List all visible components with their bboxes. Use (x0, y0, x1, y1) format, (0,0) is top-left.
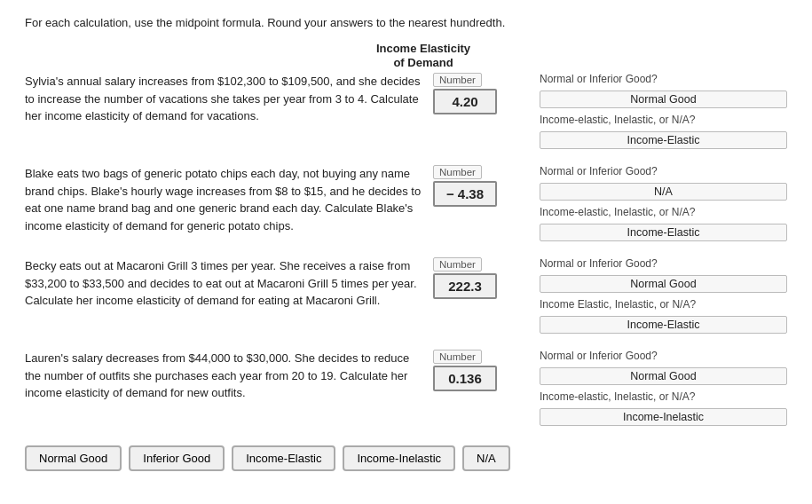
instructions: For each calculation, use the midpoint f… (25, 16, 787, 29)
answer-btn-inferior-good[interactable]: Inferior Good (129, 445, 225, 471)
elastic-label-4: Income-elastic, Inelastic, or N/A? (540, 390, 787, 403)
answers-area-3: Normal or Inferior Good?Normal GoodIncom… (540, 257, 787, 334)
elastic-label-3: Income Elastic, Inelastic, or N/A? (540, 298, 787, 311)
question-text-3: Becky eats out at Macaroni Grill 3 times… (25, 257, 433, 310)
number-box-area-3: Number222.3 (433, 257, 540, 299)
question-row-1: Sylvia's annual salary increases from $1… (25, 73, 787, 149)
answer-btn-n-a[interactable]: N/A (462, 445, 510, 471)
question-row-4: Lauren's salary decreases from $44,000 t… (25, 350, 787, 426)
normal-inferior-value-4: Normal Good (540, 367, 787, 385)
number-box-area-2: Number− 4.38 (433, 165, 540, 207)
normal-inferior-value-2: N/A (540, 183, 787, 201)
number-value-1: 4.20 (433, 89, 497, 114)
question-text-1: Sylvia's annual salary increases from $1… (25, 73, 433, 125)
normal-inferior-label-4: Normal or Inferior Good? (540, 350, 787, 362)
col-header-ied: Income Elasticityof Demand (361, 42, 485, 69)
question-text-4: Lauren's salary decreases from $44,000 t… (25, 350, 433, 402)
elastic-label-2: Income-elastic, Inelastic, or N/A? (540, 206, 787, 218)
number-value-2: − 4.38 (433, 181, 497, 207)
number-label-2: Number (433, 165, 482, 179)
elastic-value-1: Income-Elastic (540, 131, 787, 149)
normal-inferior-label-1: Normal or Inferior Good? (540, 73, 787, 85)
answers-area-2: Normal or Inferior Good?N/AIncome-elasti… (540, 165, 787, 241)
number-label-4: Number (433, 350, 482, 364)
question-row-3: Becky eats out at Macaroni Grill 3 times… (25, 257, 787, 334)
question-row-2: Blake eats two bags of generic potato ch… (25, 165, 787, 241)
answers-area-1: Normal or Inferior Good?Normal GoodIncom… (540, 73, 787, 149)
answer-btn-normal-good[interactable]: Normal Good (25, 445, 122, 471)
number-label-3: Number (433, 257, 482, 272)
col-header-nig (583, 42, 787, 69)
number-box-area-4: Number0.136 (433, 350, 540, 391)
elastic-value-2: Income-Elastic (540, 224, 787, 241)
elastic-label-1: Income-elastic, Inelastic, or N/A? (540, 114, 787, 126)
number-value-3: 222.3 (433, 273, 497, 299)
number-box-area-1: Number4.20 (433, 73, 540, 114)
elastic-value-4: Income-Inelastic (540, 408, 787, 426)
answers-area-4: Normal or Inferior Good?Normal GoodIncom… (540, 350, 787, 426)
number-label-1: Number (433, 73, 482, 87)
normal-inferior-label-3: Normal or Inferior Good? (540, 257, 787, 270)
number-value-4: 0.136 (433, 366, 497, 391)
elastic-value-3: Income-Elastic (540, 316, 787, 334)
normal-inferior-value-3: Normal Good (540, 275, 787, 293)
answer-buttons-row: Normal GoodInferior GoodIncome-ElasticIn… (25, 445, 787, 471)
normal-inferior-label-2: Normal or Inferior Good? (540, 165, 787, 177)
normal-inferior-value-1: Normal Good (540, 91, 787, 108)
answer-btn-income-elastic[interactable]: Income-Elastic (232, 445, 335, 471)
answer-btn-income-inelastic[interactable]: Income-Inelastic (343, 445, 455, 471)
question-text-2: Blake eats two bags of generic potato ch… (25, 165, 433, 234)
